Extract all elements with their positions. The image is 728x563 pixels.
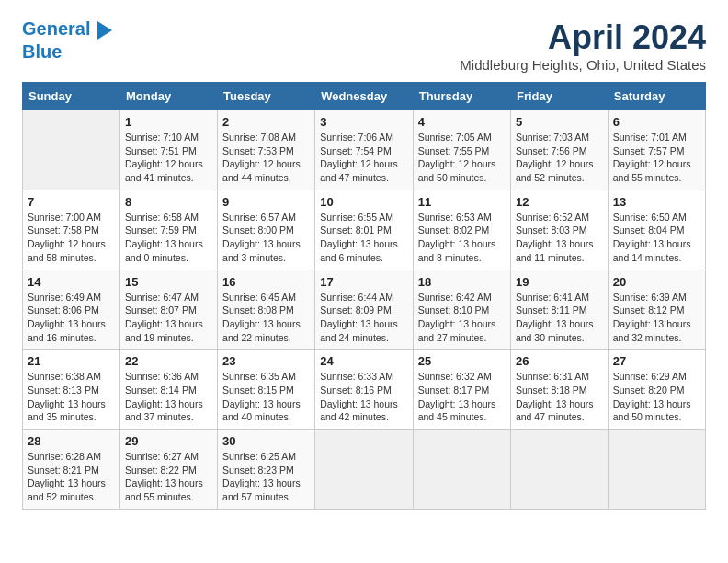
weekday-header-tuesday: Tuesday — [218, 83, 315, 110]
day-number: 23 — [222, 354, 310, 368]
day-number: 10 — [320, 195, 408, 209]
week-row-3: 21Sunrise: 6:38 AM Sunset: 8:13 PM Dayli… — [23, 350, 706, 430]
day-info: Sunrise: 7:03 AM Sunset: 7:56 PM Dayligh… — [516, 131, 603, 185]
calendar-cell: 11Sunrise: 6:53 AM Sunset: 8:02 PM Dayli… — [413, 190, 510, 270]
calendar-cell: 20Sunrise: 6:39 AM Sunset: 8:12 PM Dayli… — [608, 270, 705, 350]
day-number: 7 — [28, 195, 115, 209]
day-info: Sunrise: 6:41 AM Sunset: 8:11 PM Dayligh… — [516, 291, 603, 345]
day-number: 1 — [125, 115, 212, 129]
calendar-cell: 22Sunrise: 6:36 AM Sunset: 8:14 PM Dayli… — [120, 350, 218, 430]
week-row-0: 1Sunrise: 7:10 AM Sunset: 7:51 PM Daylig… — [23, 110, 706, 190]
calendar-cell — [315, 430, 414, 510]
weekday-header-saturday: Saturday — [608, 83, 705, 110]
day-info: Sunrise: 6:33 AM Sunset: 8:16 PM Dayligh… — [320, 370, 408, 424]
day-number: 15 — [125, 275, 212, 289]
calendar-cell: 9Sunrise: 6:57 AM Sunset: 8:00 PM Daylig… — [218, 190, 315, 270]
week-row-2: 14Sunrise: 6:49 AM Sunset: 8:06 PM Dayli… — [23, 270, 706, 350]
day-number: 28 — [28, 434, 115, 448]
day-info: Sunrise: 6:45 AM Sunset: 8:08 PM Dayligh… — [222, 291, 310, 345]
calendar-cell: 12Sunrise: 6:52 AM Sunset: 8:03 PM Dayli… — [510, 190, 608, 270]
calendar-cell: 25Sunrise: 6:32 AM Sunset: 8:17 PM Dayli… — [413, 350, 510, 430]
day-info: Sunrise: 6:35 AM Sunset: 8:15 PM Dayligh… — [222, 370, 310, 424]
week-row-1: 7Sunrise: 7:00 AM Sunset: 7:58 PM Daylig… — [23, 190, 706, 270]
calendar-table: SundayMondayTuesdayWednesdayThursdayFrid… — [22, 82, 706, 510]
day-info: Sunrise: 6:55 AM Sunset: 8:01 PM Dayligh… — [320, 211, 408, 265]
day-number: 9 — [222, 195, 310, 209]
calendar-cell: 1Sunrise: 7:10 AM Sunset: 7:51 PM Daylig… — [120, 110, 218, 190]
location: Middleburg Heights, Ohio, United States — [460, 57, 706, 73]
calendar-cell: 18Sunrise: 6:42 AM Sunset: 8:10 PM Dayli… — [413, 270, 510, 350]
day-info: Sunrise: 6:29 AM Sunset: 8:20 PM Dayligh… — [613, 370, 700, 424]
logo-blue: Blue — [22, 41, 62, 62]
calendar-cell: 27Sunrise: 6:29 AM Sunset: 8:20 PM Dayli… — [608, 350, 705, 430]
day-number: 3 — [320, 115, 408, 129]
calendar-cell: 7Sunrise: 7:00 AM Sunset: 7:58 PM Daylig… — [23, 190, 120, 270]
day-info: Sunrise: 6:36 AM Sunset: 8:14 PM Dayligh… — [125, 370, 212, 424]
calendar-cell: 16Sunrise: 6:45 AM Sunset: 8:08 PM Dayli… — [218, 270, 315, 350]
day-number: 8 — [125, 195, 212, 209]
day-info: Sunrise: 6:28 AM Sunset: 8:21 PM Dayligh… — [28, 450, 115, 504]
day-info: Sunrise: 6:38 AM Sunset: 8:13 PM Dayligh… — [28, 370, 115, 424]
calendar-cell — [510, 430, 608, 510]
day-info: Sunrise: 6:39 AM Sunset: 8:12 PM Dayligh… — [613, 291, 700, 345]
day-info: Sunrise: 6:49 AM Sunset: 8:06 PM Dayligh… — [28, 291, 115, 345]
weekday-header-monday: Monday — [120, 83, 218, 110]
day-number: 27 — [613, 354, 700, 368]
day-number: 24 — [320, 354, 408, 368]
day-info: Sunrise: 6:53 AM Sunset: 8:02 PM Dayligh… — [418, 211, 506, 265]
calendar-cell: 6Sunrise: 7:01 AM Sunset: 7:57 PM Daylig… — [608, 110, 705, 190]
calendar-cell: 30Sunrise: 6:25 AM Sunset: 8:23 PM Dayli… — [218, 430, 315, 510]
calendar-cell: 8Sunrise: 6:58 AM Sunset: 7:59 PM Daylig… — [120, 190, 218, 270]
day-number: 26 — [516, 354, 603, 368]
day-number: 21 — [28, 354, 115, 368]
header: General Blue April 2024 Middleburg Heigh… — [22, 18, 706, 73]
day-info: Sunrise: 7:06 AM Sunset: 7:54 PM Dayligh… — [320, 131, 408, 185]
month-title: April 2024 — [460, 18, 706, 57]
day-info: Sunrise: 6:52 AM Sunset: 8:03 PM Dayligh… — [516, 211, 603, 265]
day-number: 12 — [516, 195, 603, 209]
day-number: 19 — [516, 275, 603, 289]
calendar-cell: 29Sunrise: 6:27 AM Sunset: 8:22 PM Dayli… — [120, 430, 218, 510]
day-info: Sunrise: 6:32 AM Sunset: 8:17 PM Dayligh… — [418, 370, 506, 424]
day-number: 5 — [516, 115, 603, 129]
calendar-body: 1Sunrise: 7:10 AM Sunset: 7:51 PM Daylig… — [23, 110, 706, 510]
day-info: Sunrise: 7:08 AM Sunset: 7:53 PM Dayligh… — [222, 131, 310, 185]
day-info: Sunrise: 7:01 AM Sunset: 7:57 PM Dayligh… — [613, 131, 700, 185]
day-number: 2 — [222, 115, 310, 129]
calendar-cell: 24Sunrise: 6:33 AM Sunset: 8:16 PM Dayli… — [315, 350, 414, 430]
weekday-header-wednesday: Wednesday — [315, 83, 414, 110]
day-number: 30 — [222, 434, 310, 448]
calendar-cell: 19Sunrise: 6:41 AM Sunset: 8:11 PM Dayli… — [510, 270, 608, 350]
calendar-cell: 21Sunrise: 6:38 AM Sunset: 8:13 PM Dayli… — [23, 350, 120, 430]
day-number: 16 — [222, 275, 310, 289]
title-area: April 2024 Middleburg Heights, Ohio, Uni… — [460, 18, 706, 73]
day-number: 11 — [418, 195, 506, 209]
calendar-cell: 26Sunrise: 6:31 AM Sunset: 8:18 PM Dayli… — [510, 350, 608, 430]
day-info: Sunrise: 7:05 AM Sunset: 7:55 PM Dayligh… — [418, 131, 506, 185]
calendar-cell: 2Sunrise: 7:08 AM Sunset: 7:53 PM Daylig… — [218, 110, 315, 190]
calendar-cell: 10Sunrise: 6:55 AM Sunset: 8:01 PM Dayli… — [315, 190, 414, 270]
day-number: 17 — [320, 275, 408, 289]
day-number: 13 — [613, 195, 700, 209]
logo-arrow-icon — [97, 21, 112, 40]
day-number: 25 — [418, 354, 506, 368]
day-info: Sunrise: 6:58 AM Sunset: 7:59 PM Dayligh… — [125, 211, 212, 265]
calendar-cell: 13Sunrise: 6:50 AM Sunset: 8:04 PM Dayli… — [608, 190, 705, 270]
logo-text: General — [22, 18, 112, 40]
day-info: Sunrise: 7:00 AM Sunset: 7:58 PM Dayligh… — [28, 211, 115, 265]
calendar-cell: 3Sunrise: 7:06 AM Sunset: 7:54 PM Daylig… — [315, 110, 414, 190]
day-number: 14 — [28, 275, 115, 289]
calendar-cell: 17Sunrise: 6:44 AM Sunset: 8:09 PM Dayli… — [315, 270, 414, 350]
calendar-cell — [23, 110, 120, 190]
logo-general: General — [22, 18, 90, 39]
calendar-cell — [608, 430, 705, 510]
weekday-header-sunday: Sunday — [23, 83, 120, 110]
day-info: Sunrise: 6:50 AM Sunset: 8:04 PM Dayligh… — [613, 211, 700, 265]
day-number: 20 — [613, 275, 700, 289]
day-info: Sunrise: 6:44 AM Sunset: 8:09 PM Dayligh… — [320, 291, 408, 345]
day-number: 29 — [125, 434, 212, 448]
calendar-cell: 23Sunrise: 6:35 AM Sunset: 8:15 PM Dayli… — [218, 350, 315, 430]
day-info: Sunrise: 6:47 AM Sunset: 8:07 PM Dayligh… — [125, 291, 212, 345]
day-info: Sunrise: 6:57 AM Sunset: 8:00 PM Dayligh… — [222, 211, 310, 265]
day-number: 18 — [418, 275, 506, 289]
